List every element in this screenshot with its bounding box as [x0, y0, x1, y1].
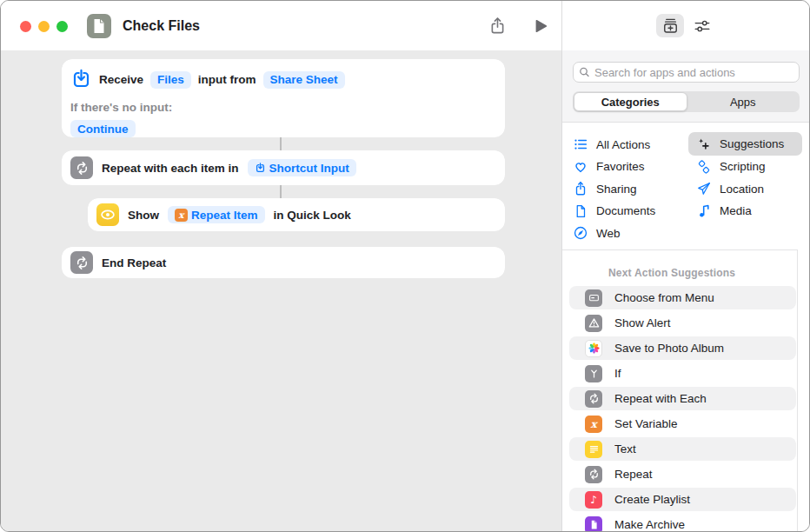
share-button[interactable] — [485, 14, 509, 38]
category-sharing[interactable]: Sharing — [573, 179, 637, 198]
shortcut-document-icon — [87, 14, 111, 38]
action-card-receive-input[interactable]: Receive Files input from Share Sheet If … — [62, 59, 505, 137]
all-actions-icon — [573, 136, 588, 152]
suggestions-divider — [562, 249, 797, 250]
repeat-with-each-icon — [585, 390, 602, 408]
playlist-note-icon: ♪ — [585, 491, 602, 509]
close-window-button[interactable] — [20, 21, 31, 32]
show-prefix-text: Show — [128, 209, 159, 222]
action-library-sidebar: Categories Apps All Actions Favorites — [562, 50, 810, 532]
tab-apps[interactable]: Apps — [687, 92, 800, 111]
receive-input-icon — [70, 69, 92, 90]
suggestion-show-alert[interactable]: Show Alert — [569, 311, 796, 335]
suggestions-edge-divider — [797, 249, 798, 532]
no-input-condition-label: If there's no input: — [70, 101, 172, 114]
category-suggestions-selected[interactable]: Suggestions — [688, 132, 802, 156]
suggestion-save-to-photo-album[interactable]: Save to Photo Album — [569, 336, 796, 360]
scripting-icon — [696, 159, 712, 175]
heart-icon — [573, 159, 588, 175]
choose-from-menu-icon — [585, 289, 602, 307]
search-input[interactable] — [594, 66, 793, 79]
sliders-icon — [693, 17, 712, 36]
no-input-behavior-pill[interactable]: Continue — [70, 120, 136, 137]
search-field[interactable] — [573, 62, 800, 83]
action-library-icon — [661, 17, 680, 35]
suggestion-set-variable[interactable]: x Set Variable — [569, 412, 796, 436]
quick-look-suffix-text: in Quick Look — [274, 209, 351, 222]
category-location[interactable]: Location — [696, 179, 764, 198]
action-library-toggle-button[interactable] — [656, 14, 684, 37]
suggestion-choose-from-menu[interactable]: Choose from Menu — [569, 286, 796, 309]
suggestion-text[interactable]: Text — [569, 437, 796, 461]
text-lines-icon — [585, 441, 602, 458]
category-scripting[interactable]: Scripting — [696, 157, 766, 176]
variable-icon: x — [175, 209, 188, 222]
repeat-text: Repeat with each item in — [102, 162, 239, 175]
connector-line — [280, 185, 282, 198]
share-category-icon — [573, 181, 588, 196]
repeat-input-variable-pill[interactable]: Shortcut Input — [248, 159, 356, 176]
repeat-item-variable-label: Repeat Item — [191, 209, 258, 222]
action-card-end-repeat[interactable]: End Repeat — [62, 247, 505, 278]
window-title: Check Files — [123, 1, 200, 50]
category-documents[interactable]: Documents — [573, 202, 655, 221]
shortcut-editor-canvas: Receive Files input from Share Sheet If … — [1, 50, 561, 532]
library-tabs: Categories Apps — [573, 91, 800, 112]
archive-page-icon — [585, 516, 602, 532]
action-card-quick-look[interactable]: Show x Repeat Item in Quick Look — [88, 198, 505, 231]
location-arrow-icon — [696, 181, 712, 196]
shortcut-input-icon — [255, 163, 266, 174]
repeat-icon — [585, 466, 602, 483]
category-media[interactable]: Media — [696, 202, 752, 221]
tab-categories[interactable]: Categories — [574, 92, 687, 111]
shortcut-details-button[interactable] — [690, 15, 714, 37]
title-bar: Check Files — [1, 1, 810, 50]
category-web[interactable]: Web — [573, 223, 621, 243]
receive-prefix-text: Receive — [99, 73, 143, 86]
if-branch-icon — [585, 365, 602, 382]
input-source-pill[interactable]: Share Sheet — [263, 71, 345, 89]
suggestion-if[interactable]: If — [569, 362, 796, 385]
minimize-window-button[interactable] — [38, 21, 50, 32]
sidebar-header: Categories Apps — [562, 50, 810, 123]
input-type-pill[interactable]: Files — [150, 71, 191, 89]
repeat-input-variable-label: Shortcut Input — [269, 162, 349, 175]
play-icon — [532, 17, 549, 35]
repeat-item-variable-pill[interactable]: x Repeat Item — [168, 206, 265, 223]
alert-triangle-icon — [585, 315, 602, 332]
action-card-repeat-with-each[interactable]: Repeat with each item in Shortcut Input — [62, 150, 505, 185]
quick-look-action-icon — [96, 203, 119, 226]
category-all-actions[interactable]: All Actions — [573, 135, 650, 154]
document-icon — [573, 203, 588, 219]
suggestion-repeat[interactable]: Repeat — [569, 462, 796, 486]
category-favorites[interactable]: Favorites — [573, 157, 645, 176]
suggestion-repeat-with-each[interactable]: Repeat with Each — [569, 387, 796, 410]
repeat-action-icon — [70, 156, 93, 179]
connector-line — [280, 137, 282, 150]
music-note-icon — [696, 203, 712, 219]
photos-pinwheel-icon — [585, 340, 602, 357]
set-variable-icon: x — [585, 416, 602, 433]
compass-icon — [573, 225, 588, 241]
end-repeat-text: End Repeat — [102, 256, 166, 269]
suggestions-sparkle-icon — [696, 136, 712, 152]
run-shortcut-button[interactable] — [529, 16, 552, 37]
suggestion-create-playlist[interactable]: ♪ Create Playlist — [569, 488, 796, 511]
suggestion-make-archive[interactable]: Make Archive — [569, 513, 796, 532]
suggestions-section-header: Next Action Suggestions — [608, 267, 735, 279]
share-icon — [488, 16, 508, 37]
zoom-window-button[interactable] — [56, 21, 68, 32]
end-repeat-action-icon — [70, 251, 93, 274]
search-icon — [579, 66, 590, 78]
receive-middle-text: input from — [198, 73, 256, 86]
shortcuts-window: Check Files — [0, 0, 810, 532]
